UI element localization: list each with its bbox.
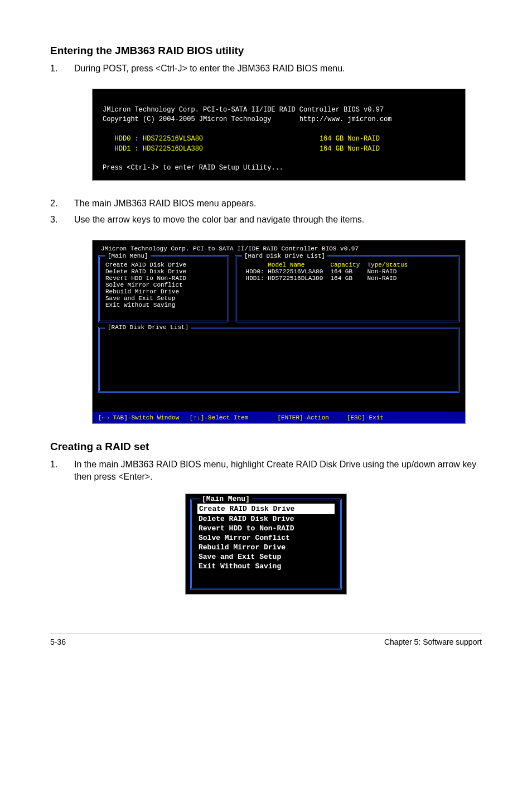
main-menu-item[interactable]: Solve Mirror Conflict <box>197 533 335 543</box>
bios-menu-item[interactable]: Revert HDD to Non-RAID <box>105 275 222 282</box>
chapter-label: Chapter 5: Software support <box>384 637 482 646</box>
bios-menu-item[interactable]: Delete RAID Disk Drive <box>105 268 222 275</box>
step-item: 3. Use the arrow keys to move the color … <box>50 214 482 226</box>
terminal-post-screen: JMicron Technology Corp. PCI-to-SATA II/… <box>92 89 466 181</box>
main-menu-box: [Main Menu] Create RAID Disk Drive Delet… <box>190 499 342 590</box>
bios-footer-bar: [←→ TAB]-Switch Window [↑↓]-Select Item … <box>93 412 465 423</box>
bios-hdd-list-box: [Hard Disk Drive List] Model Name Capaci… <box>235 255 460 322</box>
bios-drive-row: HDD0: HDS722516VLSA80 164 GB Non-RAID <box>242 268 452 275</box>
bios-box-legend: [RAID Disk Drive List] <box>105 324 191 331</box>
terminal-line: JMicron Technology Corp. PCI-to-SATA II/… <box>103 106 384 114</box>
steps-list-1: 1. During POST, press <Ctrl-J> to enter … <box>50 62 482 75</box>
bios-drive-header: Model Name Capacity Type/Status <box>242 262 452 268</box>
bios-menu-screen: JMicron Technology Corp. PCI-to-SATA II/… <box>92 240 466 424</box>
bios-footer-action: [ENTER]-Action <box>277 414 328 421</box>
bios-menu-item[interactable]: Solve Mirror Conflict <box>105 282 222 288</box>
heading-creating-raid-set: Creating a RAID set <box>50 441 482 453</box>
main-menu-item-selected[interactable]: Create RAID Disk Drive <box>197 504 335 514</box>
terminal-hdd-line: HDD1 : HDS722516DLA380 164 GB Non-RAID <box>103 145 380 153</box>
main-menu-legend: [Main Menu] <box>200 495 252 503</box>
bios-footer-switch: [←→ TAB]-Switch Window <box>98 414 179 421</box>
steps-list-2: 1. In the main JMB363 RAID BIOS menu, hi… <box>50 458 482 482</box>
bios-raid-list-box: [RAID Disk Drive List] <box>98 327 460 393</box>
page-content: Entering the JMB363 RAID BIOS utility 1.… <box>0 0 532 669</box>
page-number: 5-36 <box>50 637 66 646</box>
step-text: In the main JMB363 RAID BIOS menu, highl… <box>74 458 482 482</box>
step-text: Use the arrow keys to move the color bar… <box>74 214 364 226</box>
bios-footer-select: [↑↓]-Select Item <box>190 414 249 421</box>
step-number: 3. <box>50 214 60 226</box>
bios-menu-item[interactable]: Save and Exit Setup <box>105 295 222 302</box>
terminal-line: Copyright (C) 2004-2005 JMicron Technolo… <box>103 115 392 123</box>
bios-main-menu-box: [Main Menu] Create RAID Disk Drive Delet… <box>98 255 229 322</box>
main-menu-closeup: [Main Menu] Create RAID Disk Drive Delet… <box>185 494 347 595</box>
bios-footer-exit: [ESC]-Exit <box>347 414 384 421</box>
bios-menu-item[interactable]: Create RAID Disk Drive <box>105 262 222 268</box>
step-text: During POST, press <Ctrl-J> to enter the… <box>74 62 345 75</box>
main-menu-item[interactable]: Rebuild Mirror Drive <box>197 543 335 552</box>
main-menu-item[interactable]: Revert HDD to Non-RAID <box>197 524 335 533</box>
main-menu-item[interactable]: Exit Without Saving <box>197 562 335 571</box>
main-menu-item[interactable]: Delete RAID Disk Drive <box>197 514 335 524</box>
terminal-prompt: Press <Ctrl-J> to enter RAID Setup Utili… <box>103 164 283 172</box>
page-footer: 5-36 Chapter 5: Software support <box>50 634 482 646</box>
step-item: 1. In the main JMB363 RAID BIOS menu, hi… <box>50 458 482 482</box>
bios-menu-item[interactable]: Exit Without Saving <box>105 302 222 308</box>
step-item: 1. During POST, press <Ctrl-J> to enter … <box>50 62 482 75</box>
bios-box-legend: [Hard Disk Drive List] <box>242 253 327 259</box>
steps-list-after-terminal: 2. The main JMB363 RAID BIOS menu appear… <box>50 197 482 226</box>
main-menu-item[interactable]: Save and Exit Setup <box>197 552 335 562</box>
step-item: 2. The main JMB363 RAID BIOS menu appear… <box>50 197 482 210</box>
step-number: 1. <box>50 62 60 75</box>
step-text: The main JMB363 RAID BIOS menu appears. <box>74 197 256 210</box>
terminal-hdd-line: HDD0 : HDS722516VLSA80 164 GB Non-RAID <box>103 135 380 143</box>
step-number: 2. <box>50 197 60 210</box>
bios-drive-row: HDD1: HDS722516DLA380 164 GB Non-RAID <box>242 275 452 282</box>
bios-box-legend: [Main Menu] <box>105 253 151 259</box>
bios-menu-item[interactable]: Rebuild Mirror Drive <box>105 288 222 295</box>
step-number: 1. <box>50 458 60 482</box>
heading-entering-utility: Entering the JMB363 RAID BIOS utility <box>50 45 482 57</box>
